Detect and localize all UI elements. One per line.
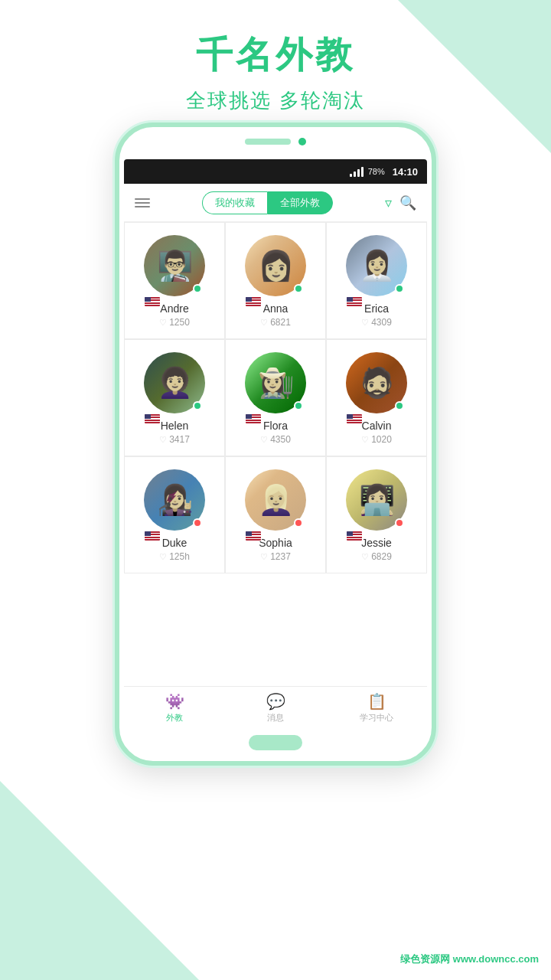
- messages-icon: 💬: [266, 692, 285, 710]
- phone-frame: 78% 14:10 我的收藏 全部外教 ▿ 🔍 👨‍🏫: [115, 122, 436, 766]
- watermark: 绿色资源网 www.downcc.com: [400, 952, 539, 966]
- nav-label-learning: 学习中心: [360, 712, 393, 724]
- page-subtitle: 全球挑选 多轮淘汰: [0, 87, 551, 114]
- online-dot-jessie: [395, 518, 404, 528]
- page-title: 千名外教: [0, 31, 551, 80]
- teacher-likes-flora: ♡ 4350: [260, 434, 291, 445]
- phone-home-button[interactable]: [249, 735, 302, 750]
- likes-count-helen: 3417: [169, 434, 190, 445]
- avatar-wrapper-andre: 👨‍🏫: [144, 235, 205, 296]
- flag-anna: [245, 296, 262, 307]
- teacher-name-calvin: Calvin: [362, 420, 392, 432]
- phone-screen: 78% 14:10 我的收藏 全部外教 ▿ 🔍 👨‍🏫: [124, 159, 427, 729]
- avatar-wrapper-anna: 👩: [245, 235, 306, 296]
- online-dot-helen: [193, 401, 202, 410]
- teacher-cell-duke[interactable]: 👩‍🎤 Duke ♡ 125h: [124, 456, 225, 573]
- nav-item-messages[interactable]: 💬 消息: [225, 692, 326, 724]
- flag-andre: [144, 296, 161, 307]
- flag-sophia: [245, 531, 262, 541]
- teacher-likes-sophia: ♡ 1237: [260, 551, 291, 562]
- teachers-icon: 👾: [165, 692, 184, 710]
- likes-count-erica: 4309: [371, 317, 392, 328]
- online-dot-calvin: [395, 401, 404, 410]
- teacher-name-flora: Flora: [263, 420, 288, 432]
- phone-camera: [298, 138, 306, 145]
- top-text-area: 千名外教 全球挑选 多轮淘汰: [0, 31, 551, 114]
- teacher-likes-duke: ♡ 125h: [159, 551, 190, 562]
- flag-jessie: [346, 531, 363, 541]
- bg-decoration-bottom: [0, 781, 199, 980]
- signal-bars: [350, 166, 364, 177]
- avatar-wrapper-calvin: 🧔: [346, 352, 407, 413]
- heart-icon-anna: ♡: [260, 318, 268, 328]
- nav-item-learning[interactable]: 📋 学习中心: [326, 692, 427, 724]
- teacher-name-duke: Duke: [162, 537, 187, 549]
- likes-count-calvin: 1020: [371, 434, 392, 445]
- heart-icon-duke: ♡: [159, 552, 167, 562]
- teacher-name-jessie: Jessie: [361, 537, 392, 549]
- nav-label-messages: 消息: [267, 712, 284, 724]
- header-icons: ▿ 🔍: [385, 194, 416, 211]
- battery-indicator: 78%: [368, 167, 385, 176]
- tab-all-teachers[interactable]: 全部外教: [267, 191, 333, 214]
- online-dot-duke: [193, 518, 202, 528]
- heart-icon-jessie: ♡: [361, 552, 369, 562]
- heart-icon-helen: ♡: [159, 435, 167, 445]
- signal-bar-3: [357, 169, 360, 177]
- avatar-wrapper-sophia: 👱‍♀️: [245, 469, 306, 531]
- teacher-cell-andre[interactable]: 👨‍🏫 Andre ♡ 1250: [124, 222, 225, 339]
- online-dot-anna: [294, 284, 303, 293]
- phone-speaker: [245, 139, 291, 145]
- phone-top-bar: [245, 138, 306, 145]
- flag-duke: [144, 531, 161, 541]
- likes-count-jessie: 6829: [371, 551, 392, 562]
- heart-icon-erica: ♡: [361, 318, 369, 328]
- teacher-cell-anna[interactable]: 👩 Anna ♡ 6821: [225, 222, 326, 339]
- teacher-name-andre: Andre: [160, 302, 188, 315]
- teacher-likes-anna: ♡ 6821: [260, 317, 291, 328]
- likes-count-andre: 1250: [169, 317, 190, 328]
- flag-calvin: [346, 413, 363, 424]
- avatar-wrapper-helen: 👩‍🦱: [144, 352, 205, 413]
- avatar-wrapper-duke: 👩‍🎤: [144, 469, 205, 531]
- teacher-cell-jessie[interactable]: 👩‍💻 Jessie ♡ 6829: [326, 456, 427, 573]
- heart-icon-calvin: ♡: [361, 435, 369, 445]
- teacher-likes-erica: ♡ 4309: [361, 317, 392, 328]
- flag-helen: [144, 413, 161, 424]
- online-dot-andre: [193, 284, 202, 293]
- flag-erica: [346, 296, 363, 307]
- teacher-likes-helen: ♡ 3417: [159, 434, 190, 445]
- heart-icon-flora: ♡: [260, 435, 268, 445]
- tab-group: 我的收藏 全部外教: [158, 191, 377, 214]
- likes-count-duke: 125h: [169, 551, 190, 562]
- heart-icon-sophia: ♡: [260, 552, 268, 562]
- search-icon[interactable]: 🔍: [399, 194, 416, 211]
- signal-bar-2: [354, 172, 356, 177]
- teacher-name-erica: Erica: [364, 302, 389, 315]
- online-dot-erica: [395, 284, 404, 293]
- teacher-cell-erica[interactable]: 👩‍💼 Erica ♡ 4309: [326, 222, 427, 339]
- teacher-grid: 👨‍🏫 Andre ♡ 1250 👩 Anna ♡ 6821 👩‍💼: [124, 222, 427, 573]
- likes-count-flora: 4350: [270, 434, 291, 445]
- tab-my-favorites[interactable]: 我的收藏: [202, 191, 267, 214]
- teacher-name-helen: Helen: [161, 420, 189, 432]
- menu-button[interactable]: [135, 198, 150, 207]
- signal-bar-4: [361, 167, 364, 177]
- teacher-cell-flora[interactable]: 👩‍🌾 Flora ♡ 4350: [225, 339, 326, 456]
- learning-icon: 📋: [367, 692, 386, 710]
- teacher-cell-sophia[interactable]: 👱‍♀️ Sophia ♡ 1237: [225, 456, 326, 573]
- avatar-wrapper-jessie: 👩‍💻: [346, 469, 407, 531]
- teacher-name-anna: Anna: [263, 302, 289, 315]
- teacher-cell-calvin[interactable]: 🧔 Calvin ♡ 1020: [326, 339, 427, 456]
- avatar-wrapper-erica: 👩‍💼: [346, 235, 407, 296]
- likes-count-anna: 6821: [270, 317, 291, 328]
- heart-icon-andre: ♡: [159, 318, 167, 328]
- teacher-name-sophia: Sophia: [259, 537, 292, 549]
- online-dot-flora: [294, 401, 303, 410]
- nav-item-teachers[interactable]: 👾 外教: [124, 692, 225, 724]
- teacher-likes-calvin: ♡ 1020: [361, 434, 392, 445]
- flag-flora: [245, 413, 262, 424]
- filter-icon[interactable]: ▿: [385, 194, 392, 211]
- teacher-cell-helen[interactable]: 👩‍🦱 Helen ♡ 3417: [124, 339, 225, 456]
- signal-bar-1: [350, 174, 352, 177]
